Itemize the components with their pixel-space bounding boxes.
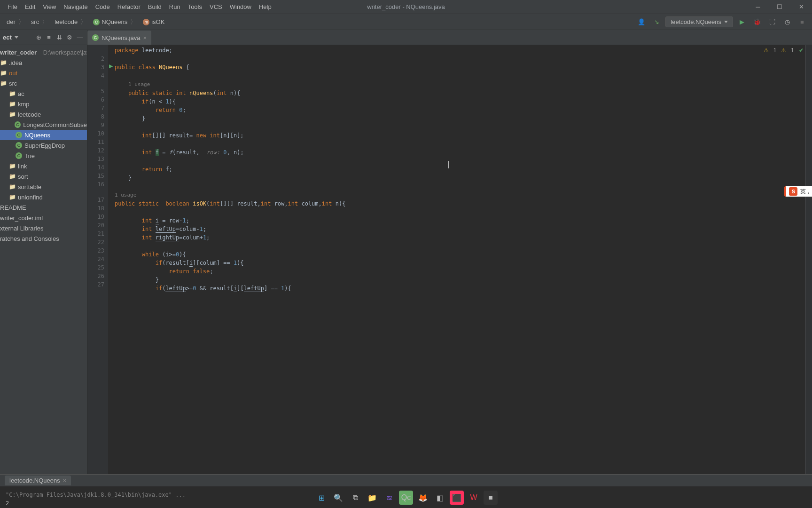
menu-code[interactable]: Code: [92, 1, 114, 12]
minimize-button[interactable]: ─: [747, 0, 769, 14]
coverage-button[interactable]: ⛶: [766, 16, 778, 28]
wps-icon[interactable]: W: [467, 491, 481, 505]
tree-folder-sort[interactable]: sort: [0, 171, 87, 182]
editor-tab-nqueens[interactable]: C NQueens.java ×: [87, 31, 151, 45]
menu-file[interactable]: File: [4, 1, 21, 12]
class-icon: C: [16, 132, 22, 138]
code-area[interactable]: package leetcode; public class NQueens {…: [108, 45, 812, 474]
hammer-build-icon[interactable]: ↘: [650, 16, 663, 28]
tree-folder-ac[interactable]: ac: [0, 88, 87, 99]
text-cursor: [448, 161, 449, 168]
ime-indicator[interactable]: S 英 ,: [784, 186, 812, 197]
breadcrumb: misOK: [140, 18, 167, 25]
menu-build[interactable]: Build: [144, 1, 165, 12]
class-icon: C: [15, 121, 21, 128]
stop-button[interactable]: ■: [796, 16, 808, 28]
run-configuration-label: leetcode.NQueens: [671, 18, 721, 25]
firefox-icon[interactable]: 🦊: [416, 491, 430, 505]
editor-tab-label: NQueens.java: [102, 34, 140, 41]
maximize-button[interactable]: ☐: [769, 0, 790, 14]
project-tree[interactable]: writer_coder D:\workspace\java .idea out…: [0, 45, 87, 246]
hide-icon[interactable]: —: [76, 33, 84, 42]
menu-help[interactable]: Help: [255, 1, 275, 12]
method-icon: m: [143, 19, 149, 25]
tree-file-iml[interactable]: writer_coder.iml: [0, 213, 87, 223]
tree-scratches[interactable]: ratches and Consoles: [0, 233, 87, 244]
menu-view[interactable]: View: [39, 1, 60, 12]
tree-class-nqueens[interactable]: CNQueens: [0, 130, 87, 140]
project-tool-window: ect ⊕ ≡ ⇊ ⚙ — writer_coder D:\workspace\…: [0, 30, 87, 474]
breadcrumb: leetcode〉: [52, 18, 90, 26]
chevron-down-icon: [724, 21, 728, 23]
run-configuration-select[interactable]: leetcode.NQueens: [665, 16, 733, 27]
expand-all-icon[interactable]: ≡: [45, 33, 53, 42]
breadcrumb: CNQueens〉: [90, 18, 140, 26]
search-icon[interactable]: 🔍: [331, 491, 345, 505]
collapse-all-icon[interactable]: ⇊: [55, 33, 63, 42]
highlight-var: f: [156, 149, 159, 156]
navigation-bar: der〉 src〉 leetcode〉 CNQueens〉 misOK 👤 ↘ …: [0, 14, 812, 30]
menu-vcs[interactable]: VCS: [206, 1, 226, 12]
project-tool-header: ect ⊕ ≡ ⇊ ⚙ —: [0, 30, 87, 45]
tree-folder-leetcode[interactable]: leetcode: [0, 109, 87, 119]
tree-class-supereggdrop[interactable]: CSuperEggDrop: [0, 140, 87, 151]
vscode-icon[interactable]: ≋: [382, 491, 396, 505]
debug-button[interactable]: 🐞: [751, 16, 763, 28]
editor[interactable]: 234 56789 10111213141516 171819202122232…: [87, 45, 812, 474]
menu-edit[interactable]: Edit: [21, 1, 39, 12]
windows-taskbar: ⊞ 🔍 ⧉ 📁 ≋ Qc 🦊 ◧ ⬛ W ■: [0, 487, 812, 508]
tree-folder-sorttable[interactable]: sorttable: [0, 182, 87, 192]
run-tab[interactable]: leetcode.NQueens ×: [5, 476, 71, 485]
app-icon[interactable]: ■: [484, 491, 498, 505]
titlebar: File Edit View Navigate Code Refactor Bu…: [0, 0, 812, 14]
tree-folder-idea[interactable]: .idea: [0, 57, 87, 68]
app-icon[interactable]: ◧: [433, 491, 447, 505]
sogou-icon: S: [789, 187, 797, 196]
close-tab-icon[interactable]: ×: [63, 477, 67, 484]
error-stripe[interactable]: [805, 45, 812, 474]
menu-run[interactable]: Run: [165, 1, 184, 12]
explorer-icon[interactable]: 📁: [365, 491, 379, 505]
breadcrumb: der〉: [4, 18, 28, 26]
window-title: writer_coder - NQueens.java: [367, 3, 445, 10]
menu-refactor[interactable]: Refactor: [114, 1, 144, 12]
editor-tabs: C NQueens.java ×: [87, 30, 812, 45]
task-view-icon[interactable]: ⧉: [348, 491, 362, 505]
close-button[interactable]: ✕: [790, 0, 812, 14]
close-tab-icon[interactable]: ×: [143, 34, 147, 41]
project-tool-title: ect: [3, 34, 12, 41]
menu-navigate[interactable]: Navigate: [60, 1, 91, 12]
class-icon: C: [93, 19, 100, 25]
gutter[interactable]: 234 56789 10111213141516 171819202122232…: [87, 45, 108, 474]
profile-button[interactable]: ◷: [781, 16, 793, 28]
locate-icon[interactable]: ⊕: [34, 33, 43, 42]
tree-folder-unionfind[interactable]: unionfind: [0, 192, 87, 202]
tree-class-lcs[interactable]: CLongestCommonSubse: [0, 119, 87, 130]
breadcrumb: src〉: [28, 18, 52, 26]
class-icon: C: [16, 152, 22, 159]
inspection-widget[interactable]: ⚠1 ⚠1 ✔: [764, 47, 804, 54]
app-icon[interactable]: Qc: [399, 491, 413, 505]
class-icon: C: [92, 34, 99, 41]
chevron-down-icon[interactable]: [15, 36, 18, 39]
class-icon: C: [16, 142, 22, 149]
tree-folder-out[interactable]: out: [0, 68, 87, 78]
menu-window[interactable]: Window: [226, 1, 255, 12]
start-icon[interactable]: ⊞: [314, 491, 328, 505]
tree-external-libraries[interactable]: xternal Libraries: [0, 223, 87, 233]
tree-class-trie[interactable]: CTrie: [0, 151, 87, 161]
check-icon: ✔: [799, 47, 804, 54]
warning-icon: ⚠: [764, 47, 769, 54]
tree-folder-kmp[interactable]: kmp: [0, 99, 87, 109]
tree-project-root[interactable]: writer_coder D:\workspace\java: [0, 47, 87, 57]
tree-folder-src[interactable]: src: [0, 78, 87, 88]
weak-warning-icon: ⚠: [781, 47, 786, 54]
run-button[interactable]: ▶: [736, 16, 748, 28]
tree-file-readme[interactable]: README: [0, 202, 87, 213]
intellij-icon[interactable]: ⬛: [450, 491, 464, 505]
tree-folder-link[interactable]: link: [0, 161, 87, 171]
add-user-icon[interactable]: 👤: [635, 16, 648, 28]
menu-tools[interactable]: Tools: [184, 1, 206, 12]
gear-icon[interactable]: ⚙: [65, 33, 74, 42]
